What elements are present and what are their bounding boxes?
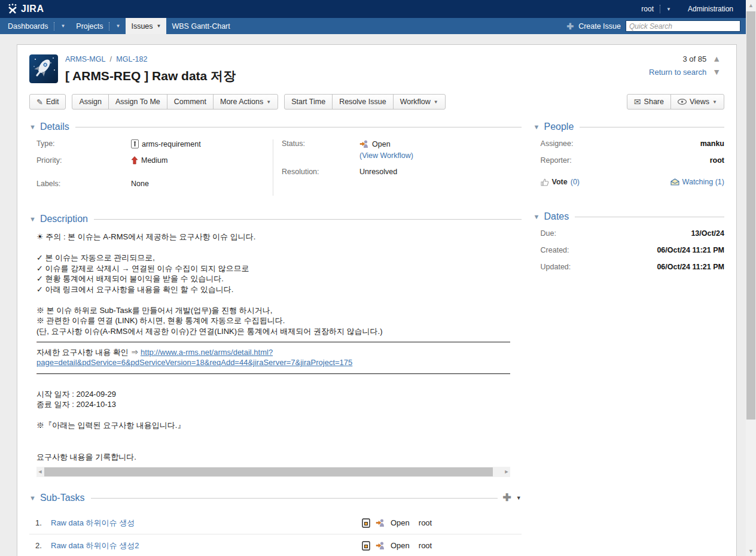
create-issue-button[interactable]: Create Issue [578, 22, 621, 31]
assignee-label: Assignee: [541, 139, 574, 148]
edit-label: Edit [46, 98, 59, 106]
nav-projects-label: Projects [76, 22, 103, 31]
priority-value: Medium [141, 156, 167, 165]
view-workflow-link[interactable]: (View Workflow) [359, 151, 413, 160]
start-time-button[interactable]: Start Time [284, 94, 333, 110]
details-section-title: Details [40, 121, 69, 132]
assign-to-me-button[interactable]: Assign To Me [108, 94, 167, 110]
nav-projects[interactable]: Projects ▼ [71, 18, 126, 34]
views-button[interactable]: Views ▼ [670, 94, 724, 110]
status-label: Status: [282, 139, 359, 148]
nav-dashboards[interactable]: Dashboards ▼ [2, 18, 71, 34]
jira-logo-text: JIRA [21, 4, 44, 14]
scroll-down-icon[interactable]: ▼ [746, 546, 756, 556]
page-vertical-scrollbar[interactable]: ▲ ▼ [746, 0, 756, 556]
collapse-icon[interactable]: ▼ [29, 123, 36, 130]
details-section-header: ▼ Details [29, 121, 522, 132]
description-line: ☀ 주의 : 본 이슈는 A-RMS에서 제공하는 요구사항 이슈 입니다. [36, 232, 522, 242]
next-issue-icon[interactable]: ▼ [712, 67, 721, 77]
vote-link[interactable]: Vote (0) [541, 178, 580, 186]
previous-issue-icon[interactable]: ▲ [712, 54, 721, 63]
type-value: arms-requirement [142, 140, 201, 148]
envelope-icon: ✉ [634, 97, 641, 107]
quick-search-input[interactable] [626, 20, 740, 32]
jira-logo[interactable]: JIRA [7, 4, 44, 14]
people-section-header: ▼ People [534, 121, 724, 132]
divider [660, 5, 660, 13]
scrollbar-thumb[interactable] [746, 11, 755, 420]
project-avatar-rocket [29, 54, 58, 83]
description-line: 요구사항 내용을 기록합니다. [36, 452, 522, 463]
due-label: Due: [541, 229, 556, 238]
vote-label: Vote [552, 178, 568, 186]
eye-icon [678, 99, 687, 105]
divider [94, 219, 522, 220]
collapse-icon[interactable]: ▼ [534, 213, 540, 220]
collapse-icon[interactable]: ▼ [29, 215, 36, 223]
description-horizontal-scrollbar[interactable]: ◄ ► [36, 467, 510, 477]
description-line: ※『아래는 입력된 요구사항 내용입니다.』 [36, 420, 522, 431]
subtask-type-icon [362, 518, 370, 528]
reporter-label: Reporter: [541, 156, 572, 165]
workflow-button[interactable]: Workflow ▼ [393, 94, 446, 110]
return-to-search-link[interactable]: Return to search [649, 68, 706, 77]
subtask-row: 1. Raw data 하위이슈 생성 Open roo [29, 512, 522, 534]
people-section-title: People [544, 121, 574, 132]
description-section-title: Description [40, 214, 88, 224]
comment-button[interactable]: Comment [167, 94, 214, 110]
subtask-list: 1. Raw data 하위이슈 생성 Open roo [29, 512, 522, 556]
administration-link[interactable]: Administration [688, 5, 733, 13]
share-button[interactable]: ✉ Share [627, 94, 671, 110]
more-actions-label: More Actions [220, 98, 263, 106]
main-navigation: Dashboards ▼ Projects ▼ Issues ▼ WBS Gan… [0, 18, 756, 34]
assign-button[interactable]: Assign [72, 94, 109, 110]
nav-wbs-label: WBS Gantt-Chart [172, 22, 230, 31]
status-value: Open [372, 140, 391, 148]
updated-label: Updated: [541, 263, 571, 271]
collapse-icon[interactable]: ▼ [534, 123, 540, 130]
issue-type-icon [131, 139, 139, 148]
chevron-down-icon[interactable]: ▼ [516, 495, 522, 501]
scrollbar-thumb[interactable] [44, 467, 493, 476]
scroll-left-icon[interactable]: ◄ [36, 467, 44, 477]
scroll-up-icon[interactable]: ▲ [746, 0, 756, 10]
breadcrumb-issue-link[interactable]: MGL-182 [116, 55, 147, 63]
user-name: root [641, 5, 654, 13]
requirement-detail-link-continued[interactable]: page=detail&pdService=6&pdServiceVersion… [36, 358, 352, 367]
workflow-label: Workflow [400, 98, 431, 106]
chevron-down-icon: ▼ [434, 99, 438, 105]
chevron-down-icon: ▼ [266, 99, 271, 105]
nav-issues[interactable]: Issues ▼ [126, 18, 166, 34]
subtask-link[interactable]: Raw data 하위이슈 생성 [51, 518, 135, 528]
divider [75, 127, 522, 127]
subtasks-section-title: Sub-Tasks [40, 493, 85, 503]
breadcrumb-project-link[interactable]: ARMS-MGL [65, 55, 105, 63]
more-actions-button[interactable]: More Actions ▼ [213, 94, 278, 110]
nav-dashboards-label: Dashboards [8, 22, 48, 31]
description-line: ※ 관련한 이슈를 연결 (LINK) 하시면, 현황 통계에 자동으로 수집됩… [36, 315, 522, 326]
scroll-right-icon[interactable]: ► [503, 467, 510, 477]
nav-wbs-gantt-chart[interactable]: WBS Gantt-Chart [166, 18, 235, 34]
add-subtask-icon[interactable]: ✚ [502, 494, 511, 502]
type-label: Type: [36, 139, 131, 148]
description-line: ✓ 본 이슈는 자동으로 관리되므로, [36, 253, 522, 263]
edit-button[interactable]: ✎ Edit [29, 94, 66, 110]
divider [575, 217, 724, 217]
plus-icon: ✚ [566, 22, 574, 31]
subtask-type-icon [362, 541, 370, 551]
issue-header: ARMS-MGL / MGL-182 [ ARMS-REQ ] Raw data… [29, 53, 724, 84]
watching-link[interactable]: Watching (1) [670, 178, 724, 186]
dates-section-title: Dates [544, 211, 569, 222]
user-menu[interactable]: root ▼ [641, 5, 671, 13]
description-body: ☀ 주의 : 본 이슈는 A-RMS에서 제공하는 요구사항 이슈 입니다. ✓… [29, 232, 522, 477]
resolution-label: Resolution: [282, 168, 359, 176]
resolve-issue-button[interactable]: Resolve Issue [332, 94, 394, 110]
assignee-value: manku [700, 139, 724, 148]
collapse-icon[interactable]: ▼ [29, 494, 36, 502]
requirement-detail-link[interactable]: http://www.a-rms.net/arms/detail.html? [141, 348, 273, 357]
details-section: Type: arms-requirement Priority: [29, 139, 522, 196]
issue-panel: ARMS-MGL / MGL-182 [ ARMS-REQ ] Raw data… [17, 44, 737, 556]
description-line: ✓ 현황 통계에서 배제되어 불이익을 받을 수 있습니다. [36, 274, 522, 284]
subtask-link[interactable]: Raw data 하위이슈 생성2 [51, 540, 139, 551]
description-section-header: ▼ Description [29, 214, 522, 224]
